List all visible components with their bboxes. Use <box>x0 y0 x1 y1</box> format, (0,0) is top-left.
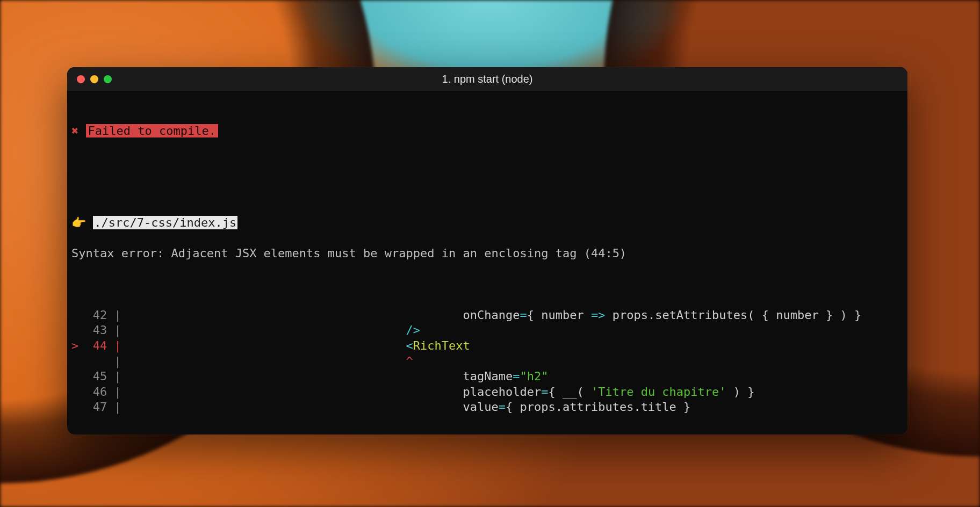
code-line: 47 | value={ props.attributes.title } <box>71 400 903 415</box>
terminal-window: 1. npm start (node) ✖ Failed to compile.… <box>67 67 907 434</box>
code-segment: ) } <box>726 385 755 399</box>
code-segment: => <box>591 308 606 322</box>
code-segment: = <box>499 400 506 414</box>
code-segment: tagName <box>128 370 513 383</box>
code-gutter: 46 | <box>71 385 128 399</box>
code-segment: value <box>128 400 499 414</box>
error-banner: Failed to compile. <box>86 124 218 137</box>
code-segment: < <box>406 339 413 352</box>
code-segment <box>128 323 406 337</box>
code-segment: = <box>513 370 520 383</box>
code-line: 46 | placeholder={ __( 'Titre du chapitr… <box>71 385 903 400</box>
error-message: Syntax error: Adjacent JSX elements must… <box>71 246 903 262</box>
code-line: 45 | tagName="h2" <box>71 369 903 385</box>
code-segment: onChange <box>128 308 520 322</box>
code-segment <box>128 354 406 368</box>
code-line: 42 | onChange={ number => props.setAttri… <box>71 308 903 323</box>
code-line: > 44 | <RichText <box>71 338 903 354</box>
code-segment: { __( <box>548 385 590 399</box>
terminal-output[interactable]: ✖ Failed to compile. 👉 ./src/7-css/index… <box>67 91 907 434</box>
pointer-emoji-icon: 👉 <box>71 216 86 229</box>
error-x-icon: ✖ <box>71 124 78 137</box>
code-gutter: 42 | <box>71 308 128 322</box>
error-file-path: ./src/7-css/index.js <box>93 216 237 229</box>
code-segment: "h2" <box>520 370 548 383</box>
code-gutter: 43 | <box>71 323 128 337</box>
code-segment: /> <box>406 323 421 337</box>
code-segment <box>128 339 406 352</box>
window-traffic-lights <box>67 75 112 83</box>
window-close-button[interactable] <box>77 75 85 83</box>
code-segment: = <box>541 385 548 399</box>
code-segment: { number <box>527 308 591 322</box>
titlebar: 1. npm start (node) <box>67 67 907 91</box>
code-gutter: | <box>71 354 128 368</box>
code-segment: RichText <box>413 339 470 352</box>
code-gutter: > 44 | <box>71 339 128 352</box>
code-segment: ^ <box>406 354 413 368</box>
code-segment: 'Titre du chapitre' <box>591 385 726 399</box>
window-zoom-button[interactable] <box>104 75 112 83</box>
code-segment: props.setAttributes( { number } ) } <box>605 308 861 322</box>
code-gutter: 45 | <box>71 370 128 383</box>
code-segment: = <box>520 308 527 322</box>
window-title: 1. npm start (node) <box>67 73 907 85</box>
code-line: 43 | /> <box>71 323 903 338</box>
code-segment: { props.attributes.title } <box>506 400 690 414</box>
window-minimize-button[interactable] <box>90 75 98 83</box>
code-gutter: 47 | <box>71 400 128 414</box>
code-line: | ^ <box>71 354 903 370</box>
code-segment: placeholder <box>128 385 541 399</box>
